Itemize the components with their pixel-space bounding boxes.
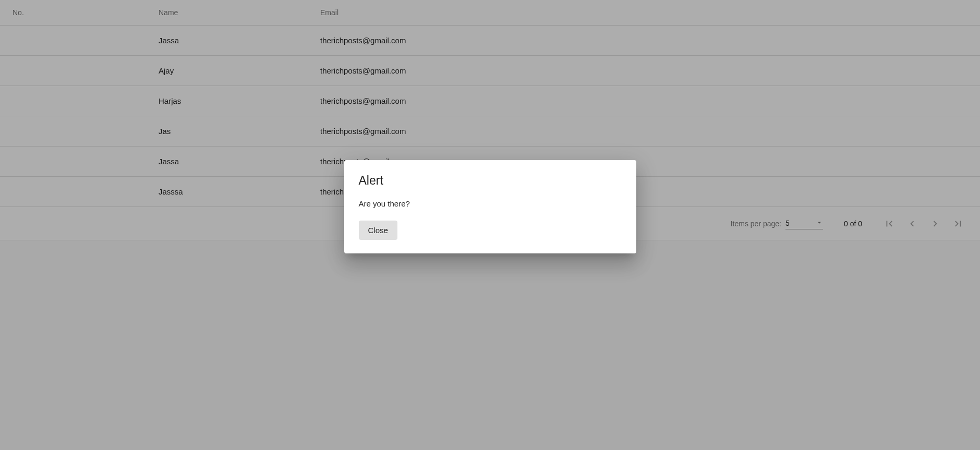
close-button[interactable]: Close [359, 221, 397, 240]
dialog-title: Alert [359, 174, 622, 188]
alert-dialog: Alert Are you there? Close [344, 160, 636, 253]
dialog-message: Are you there? [359, 199, 622, 208]
